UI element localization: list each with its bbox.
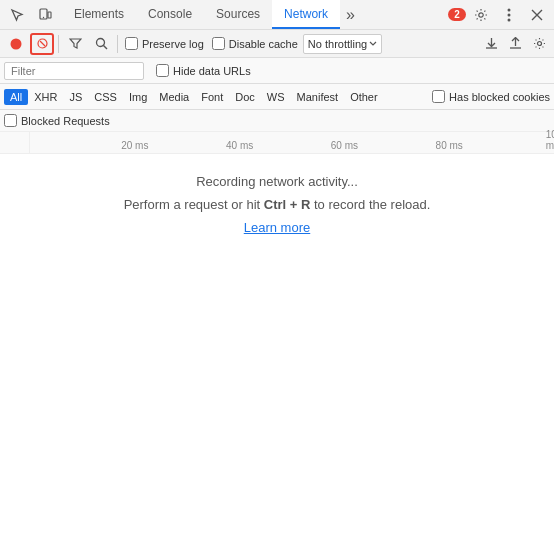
close-devtools-btn[interactable] — [524, 4, 550, 26]
preserve-log-label[interactable]: Preserve log — [125, 37, 204, 50]
network-settings-btn[interactable] — [528, 33, 550, 55]
svg-point-4 — [508, 8, 511, 11]
tick-60ms: 60 ms — [331, 140, 358, 151]
hide-urls-label[interactable]: Hide data URLs — [156, 64, 251, 77]
timeline-header: 20 ms 40 ms 60 ms 80 ms 100 ms — [0, 132, 554, 154]
network-toolbar: Preserve log Disable cache No throttling — [0, 30, 554, 58]
separator-2 — [117, 35, 118, 53]
tab-console[interactable]: Console — [136, 0, 204, 29]
devtools-settings-btn[interactable] — [468, 4, 494, 26]
export-icon — [509, 37, 522, 50]
throttle-select[interactable]: No throttling — [303, 34, 382, 54]
tab-sources[interactable]: Sources — [204, 0, 272, 29]
inspect-icon-btn[interactable] — [4, 4, 30, 26]
tick-100ms: 100 ms — [546, 129, 554, 151]
type-btn-media[interactable]: Media — [153, 89, 195, 105]
has-blocked-cookies-checkbox[interactable] — [432, 90, 445, 103]
type-btn-all[interactable]: All — [4, 89, 28, 105]
type-btn-img[interactable]: Img — [123, 89, 153, 105]
type-btn-css[interactable]: CSS — [88, 89, 123, 105]
tab-right-actions: 2 — [448, 4, 550, 26]
record-btn[interactable] — [4, 33, 28, 55]
search-btn[interactable] — [89, 33, 113, 55]
type-filter-row: All XHR JS CSS Img Media Font Doc WS Man… — [0, 84, 554, 110]
devtools-icons — [4, 4, 58, 26]
toolbar-right-actions — [480, 33, 550, 55]
more-vert-icon — [507, 8, 511, 22]
chevron-down-icon — [369, 41, 377, 46]
tabs-container: Elements Console Sources Network » — [62, 0, 361, 29]
blocked-requests-row: Blocked Requests — [0, 110, 554, 132]
tick-20ms: 20 ms — [121, 140, 148, 151]
svg-line-11 — [103, 46, 107, 50]
svg-point-5 — [508, 13, 511, 16]
svg-point-3 — [479, 12, 483, 16]
svg-point-6 — [508, 18, 511, 21]
device-icon — [38, 8, 52, 22]
svg-point-12 — [537, 42, 541, 46]
tick-40ms: 40 ms — [226, 140, 253, 151]
type-btn-ws[interactable]: WS — [261, 89, 291, 105]
search-icon — [95, 37, 108, 50]
learn-more-link[interactable]: Learn more — [244, 220, 310, 235]
tab-network[interactable]: Network — [272, 0, 340, 29]
type-btn-font[interactable]: Font — [195, 89, 229, 105]
filter-btn[interactable] — [63, 33, 87, 55]
export-btn[interactable] — [504, 33, 526, 55]
close-icon — [531, 9, 543, 21]
recording-text: Recording network activity... — [196, 174, 358, 189]
gear-icon — [474, 8, 488, 22]
type-btn-manifest[interactable]: Manifest — [291, 89, 345, 105]
filter-row: Hide data URLs — [0, 58, 554, 84]
tab-more-btn[interactable]: » — [340, 0, 361, 29]
disable-cache-checkbox[interactable] — [212, 37, 225, 50]
type-btn-xhr[interactable]: XHR — [28, 89, 63, 105]
tab-bar: Elements Console Sources Network » 2 — [0, 0, 554, 30]
blocked-requests-label[interactable]: Blocked Requests — [4, 114, 110, 127]
empty-state: Recording network activity... Perform a … — [0, 154, 554, 255]
has-blocked-cookies-label[interactable]: Has blocked cookies — [432, 90, 550, 103]
svg-point-2 — [43, 16, 44, 17]
clear-btn[interactable] — [30, 33, 54, 55]
type-btn-other[interactable]: Other — [344, 89, 384, 105]
filter-icon — [69, 38, 82, 49]
inspect-icon — [10, 8, 24, 22]
import-btn[interactable] — [480, 33, 502, 55]
more-options-btn[interactable] — [496, 4, 522, 26]
preserve-log-checkbox[interactable] — [125, 37, 138, 50]
type-btn-doc[interactable]: Doc — [229, 89, 261, 105]
network-settings-icon — [533, 37, 546, 50]
disable-cache-label[interactable]: Disable cache — [212, 37, 298, 50]
import-icon — [485, 37, 498, 50]
tab-elements[interactable]: Elements — [62, 0, 136, 29]
svg-rect-1 — [48, 12, 51, 18]
record-icon — [10, 38, 22, 50]
svg-point-10 — [96, 39, 104, 47]
svg-point-7 — [11, 38, 22, 49]
blocked-requests-checkbox[interactable] — [4, 114, 17, 127]
svg-line-9 — [40, 41, 45, 46]
shortcut-kbd: Ctrl + R — [264, 197, 311, 212]
tick-80ms: 80 ms — [436, 140, 463, 151]
separator-1 — [58, 35, 59, 53]
stop-icon — [37, 38, 48, 49]
notification-badge: 2 — [448, 8, 466, 21]
hint-text: Perform a request or hit Ctrl + R to rec… — [124, 197, 431, 212]
content-wrapper: Recording network activity... Perform a … — [0, 154, 554, 255]
filter-input[interactable] — [4, 62, 144, 80]
type-btn-js[interactable]: JS — [63, 89, 88, 105]
timeline-left-spacer — [0, 132, 30, 153]
timeline-ticks: 20 ms 40 ms 60 ms 80 ms 100 ms — [30, 132, 554, 153]
hide-urls-checkbox[interactable] — [156, 64, 169, 77]
device-toggle-btn[interactable] — [32, 4, 58, 26]
